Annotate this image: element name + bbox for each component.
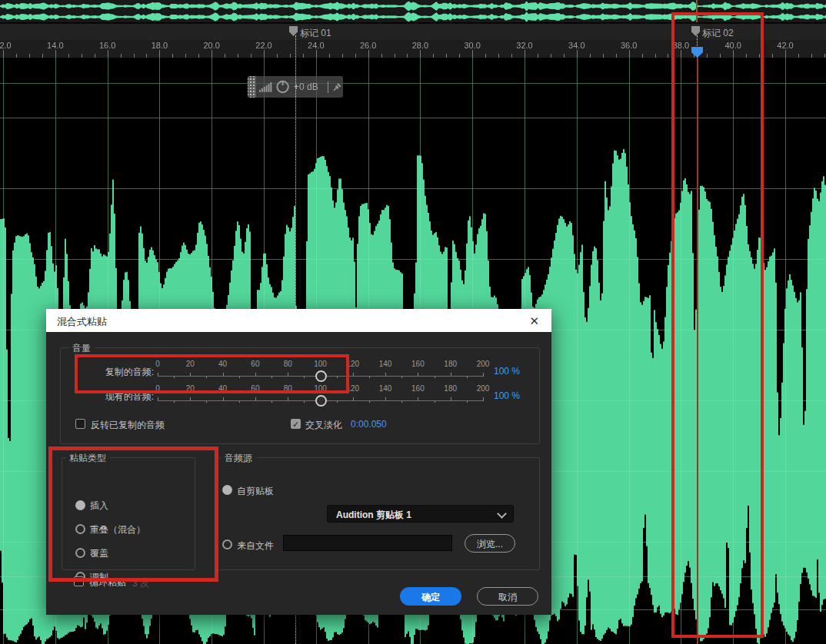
slider-thumb[interactable] [315, 395, 327, 407]
slider-scale-number: 180 [438, 360, 464, 368]
invert-copied-label[interactable]: 反转已复制的音频 [91, 419, 165, 432]
paste-type-option-label[interactable]: 覆盖 [90, 547, 108, 560]
marker-02-line [697, 35, 698, 48]
slider-scale-number: 100 [308, 360, 334, 368]
marker-bar[interactable]: 标记 01标记 02 [0, 23, 826, 40]
marker-flag-icon[interactable] [289, 26, 298, 36]
audition-waveform-editor: 标记 01标记 02 +0 dB 混合式粘贴 ✕ [0, 0, 826, 644]
slider-scale-number: 140 [372, 384, 398, 393]
slider-scale-number: 80 [275, 360, 301, 368]
existing-audio-value[interactable]: 100 % [494, 390, 520, 401]
paste-type-radio-3[interactable] [75, 548, 85, 558]
playhead-line [697, 48, 698, 644]
slider-scale-number: 0 [145, 360, 171, 368]
slider-scale-number: 120 [340, 384, 366, 393]
browse-button[interactable]: 浏览... [465, 534, 515, 553]
paste-type-group-label: 粘贴类型 [66, 452, 109, 465]
slider-scale-number: 100 [308, 384, 334, 393]
dialog-title: 混合式粘贴 [57, 315, 107, 329]
marker-flag-icon[interactable] [691, 26, 700, 36]
marker-label-1[interactable]: 标记 01 [300, 27, 331, 40]
from-file-label[interactable]: 来自文件 [237, 539, 274, 553]
clipboard-dropdown[interactable]: Audition 剪贴板 1 [327, 505, 514, 523]
crossfade-value[interactable]: 0:00.050 [351, 419, 387, 430]
paste-type-option-label[interactable]: 重叠（混合） [90, 523, 145, 536]
slider-scale-number: 20 [177, 384, 203, 393]
invert-copied-checkbox[interactable] [75, 419, 85, 429]
from-file-radio[interactable] [222, 539, 232, 549]
slider-thumb[interactable] [315, 370, 327, 382]
cancel-button[interactable]: 取消 [477, 587, 538, 606]
slider-major-tick [483, 373, 484, 377]
existing-audio-label: 现有的音频: [77, 390, 154, 403]
level-bars-icon [259, 81, 272, 93]
pin-icon[interactable] [331, 81, 343, 93]
clipboard-dropdown-value: Audition 剪贴板 1 [336, 509, 411, 522]
dialog-body: 音量 复制的音频: 020406080100120140160180200 10… [46, 332, 551, 615]
slider-scale-number: 60 [242, 384, 268, 393]
slider-scale-number: 40 [210, 384, 236, 393]
marker-label-2[interactable]: 标记 02 [702, 27, 734, 40]
from-clipboard-label[interactable]: 自剪贴板 [237, 485, 274, 498]
slider-scale-number: 140 [372, 360, 398, 368]
slider-scale-number: 200 [470, 384, 496, 393]
slider-scale-number: 20 [177, 360, 203, 368]
volume-group-label: 音量 [69, 342, 94, 355]
knob-icon[interactable] [275, 79, 290, 95]
waveform-overview-strip[interactable] [0, 0, 826, 23]
ok-button[interactable]: 确定 [400, 587, 461, 606]
slider-scale-number: 200 [470, 360, 496, 368]
copied-audio-slider[interactable]: 020406080100120140160180200 [158, 360, 496, 384]
file-path-field[interactable] [283, 535, 452, 551]
paste-type-radio-1[interactable] [75, 500, 85, 510]
loop-paste-checkbox[interactable] [74, 576, 84, 586]
slider-major-tick [483, 397, 484, 401]
drag-grip-icon[interactable] [248, 76, 256, 98]
close-icon[interactable]: ✕ [526, 313, 542, 330]
copied-audio-value[interactable]: 100 % [494, 366, 520, 377]
slider-scale-number: 120 [340, 360, 366, 368]
crossfade-checkbox[interactable]: ✓ [291, 419, 301, 429]
crossfade-label[interactable]: 交叉淡化 [305, 419, 342, 432]
slider-scale-number: 40 [210, 360, 236, 368]
paste-type-radio-2[interactable] [75, 524, 85, 534]
from-clipboard-radio[interactable] [222, 485, 232, 495]
hud-volume-value[interactable]: +0 dB [294, 81, 318, 92]
paste-type-option-label[interactable]: 插入 [90, 500, 108, 513]
existing-audio-slider[interactable]: 020406080100120140160180200 [158, 384, 496, 409]
slider-scale-number: 160 [405, 360, 431, 368]
copied-audio-label: 复制的音频: [77, 366, 154, 379]
mix-paste-dialog: 混合式粘贴 ✕ 音量 复制的音频: 0204060801001201401601… [46, 309, 551, 615]
slider-scale-number: 0 [145, 384, 171, 393]
loop-paste-label[interactable]: 循环粘贴 [89, 576, 126, 589]
hud-separator [328, 81, 328, 93]
slider-scale-number: 60 [242, 360, 268, 368]
slider-scale-number: 160 [405, 384, 431, 393]
slider-scale-number: 180 [438, 384, 464, 393]
loop-paste-times: 3 次 [132, 577, 149, 590]
audio-source-group-label: 音频源 [221, 452, 255, 465]
slider-scale-number: 80 [275, 384, 301, 393]
dialog-titlebar[interactable]: 混合式粘贴 ✕ [46, 309, 551, 332]
chevron-down-icon [497, 509, 507, 519]
